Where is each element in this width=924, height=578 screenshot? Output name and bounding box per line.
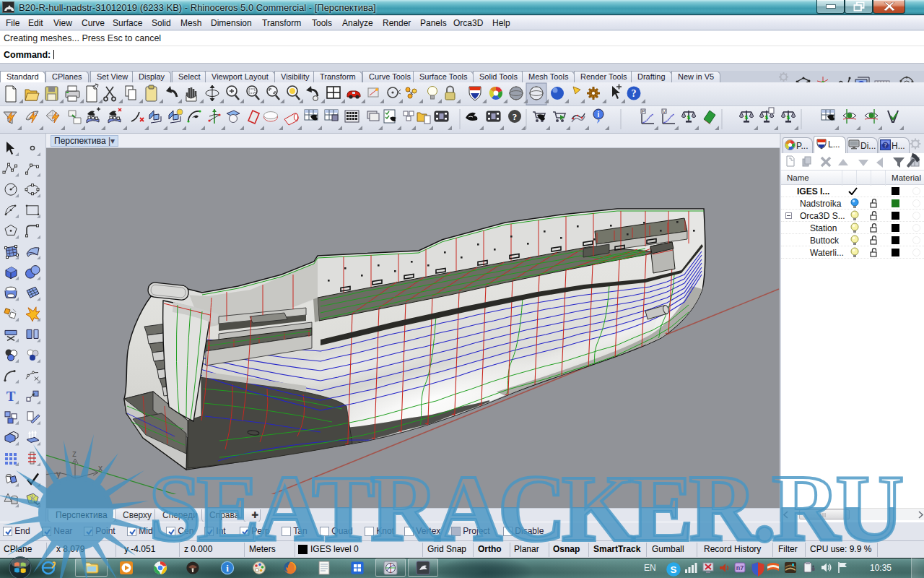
svg-text:n7: n7 [736,564,744,571]
svg-text:z: z [72,449,77,459]
svg-text:?: ? [632,88,637,99]
svg-text:V: V [663,109,666,114]
svg-text:$: $ [787,114,790,121]
svg-text:i: i [598,111,600,118]
svg-text:x: x [98,463,103,473]
svg-text:P: P [642,109,645,114]
svg-text:i: i [226,563,229,574]
svg-text:?: ? [884,142,887,149]
svg-text:S: S [671,564,677,575]
svg-text:?: ? [513,111,518,122]
svg-text:$: $ [765,114,769,121]
svg-text:y: y [56,469,61,479]
svg-text:$: $ [687,114,691,121]
svg-text:T: T [6,389,16,404]
svg-text:$: $ [745,114,749,121]
